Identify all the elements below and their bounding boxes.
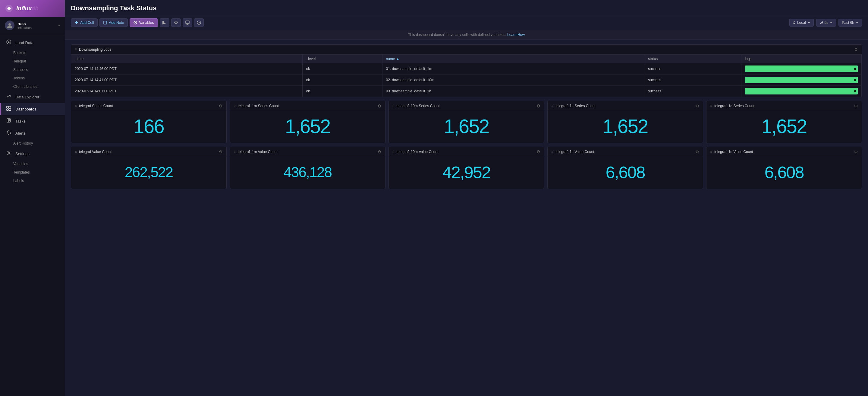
drag-handle-icon: ⠿	[75, 48, 77, 51]
sidebar-sub-alert-history[interactable]: Alert History	[0, 139, 65, 148]
svg-rect-13	[186, 21, 189, 24]
drag-handle-icon: ⠿	[234, 150, 236, 153]
chevron-down-icon: ▾	[58, 23, 60, 27]
gear-icon[interactable]: ⚙	[854, 47, 858, 52]
stat-value: 1,652	[285, 117, 330, 136]
drag-handle-icon: ⠿	[393, 105, 395, 108]
stat-value: 166	[133, 117, 164, 136]
sidebar-sub-variables[interactable]: Variables	[0, 160, 65, 168]
sidebar-label-alerts: Alerts	[16, 131, 25, 136]
svg-rect-10	[104, 21, 107, 24]
sidebar-sub-telegraf[interactable]: Telegraf	[0, 57, 65, 65]
svg-point-1	[8, 23, 11, 26]
table-row: 2020-07-14 14:46:00 PDT ok 01. downsampl…	[71, 63, 862, 75]
svg-point-12	[175, 22, 177, 24]
drag-handle-icon: ⠿	[551, 105, 554, 108]
sidebar-sub-tokens[interactable]: Tokens	[0, 74, 65, 82]
stat-title: telegraf Series Count	[79, 104, 113, 108]
sidebar-sub-templates[interactable]: Templates	[0, 168, 65, 176]
col-level: _level	[302, 55, 382, 63]
sidebar-sub-labels[interactable]: Labels	[0, 176, 65, 185]
series-stat-cell-0: ⠿ telegraf Series Count ⚙ 166	[71, 101, 227, 143]
add-cell-button[interactable]: Add Cell	[71, 19, 98, 27]
user-menu[interactable]: russ influxdata ▾	[0, 17, 65, 34]
sidebar-item-settings[interactable]: Settings	[0, 148, 65, 160]
sun-icon-button[interactable]	[171, 19, 181, 27]
dashboards-icon	[6, 106, 12, 112]
stat-title: telegraf_1d Value Count	[714, 150, 753, 154]
sidebar-sub-client-libraries[interactable]: Client Libraries	[0, 82, 65, 91]
table-row: 2020-07-14 14:01:00 PDT ok 03. downsampl…	[71, 86, 862, 97]
sidebar-label-data-explorer: Data Explorer	[16, 95, 39, 99]
data-explorer-icon	[6, 94, 12, 100]
svg-rect-6	[7, 109, 8, 111]
stat-title: telegraf_10m Series Count	[397, 104, 440, 108]
alerts-icon	[6, 130, 12, 136]
sidebar-sub-scrapers[interactable]: Scrapers	[0, 65, 65, 74]
stat-value: 6,608	[764, 164, 804, 181]
refresh-select[interactable]: 5s	[816, 19, 836, 27]
sidebar-sub-buckets[interactable]: Buckets	[0, 49, 65, 57]
svg-rect-7	[9, 109, 11, 111]
stat-title: telegraf_1m Series Count	[238, 104, 279, 108]
variables-bar: This dashboard doesn't have any cells wi…	[65, 30, 868, 39]
toolbar: Add Cell Add Note Variables Local	[65, 16, 868, 30]
help-icon-button[interactable]	[194, 19, 204, 27]
toolbar-right: Local 5s Past 6h	[789, 19, 862, 27]
logo-text: influxdb	[16, 5, 38, 12]
gear-icon[interactable]: ⚙	[219, 149, 223, 154]
gear-icon[interactable]: ⚙	[378, 104, 381, 108]
local-select[interactable]: Local	[789, 19, 814, 27]
add-note-button[interactable]: Add Note	[99, 19, 128, 27]
timerange-select[interactable]: Past 6h	[838, 19, 862, 27]
stat-title: telegraf_10m Value Count	[397, 150, 438, 154]
cell-header: ⠿ Downsampling Jobs ⚙	[71, 45, 862, 55]
sidebar-item-data-explorer[interactable]: Data Explorer	[0, 91, 65, 103]
stat-value: 42,952	[442, 164, 490, 181]
tasks-icon	[6, 118, 12, 124]
gear-icon[interactable]: ⚙	[854, 104, 858, 108]
moon-icon-button[interactable]	[160, 19, 169, 27]
page-title: Downsampling Task Status	[71, 4, 156, 12]
presentation-icon-button[interactable]	[183, 19, 192, 27]
col-logs: logs	[741, 55, 861, 63]
sidebar-item-dashboards[interactable]: Dashboards	[0, 103, 65, 115]
gear-icon[interactable]: ⚙	[854, 149, 858, 154]
dashboard-content: ⠿ Downsampling Jobs ⚙ _time _level name …	[65, 39, 868, 396]
value-stat-cell-3: ⠿ telegraf_1h Value Count ⚙ 6,608	[547, 147, 703, 189]
gear-icon[interactable]: ⚙	[378, 149, 381, 154]
downsampling-jobs-cell: ⠿ Downsampling Jobs ⚙ _time _level name …	[71, 45, 862, 97]
stat-title: telegraf_1m Value Count	[238, 150, 278, 154]
stat-title: telegraf_1h Value Count	[555, 150, 594, 154]
sidebar-item-tasks[interactable]: Tasks	[0, 115, 65, 127]
avatar	[5, 21, 14, 30]
sidebar: influxdb russ influxdata ▾ Load Data Buc…	[0, 0, 65, 396]
value-stats-grid: ⠿ telegraf Value Count ⚙ 262,522 ⠿ teleg…	[71, 147, 862, 189]
drag-handle-icon: ⠿	[710, 150, 712, 153]
gear-icon[interactable]: ⚙	[219, 104, 223, 108]
gear-icon[interactable]: ⚙	[536, 149, 540, 154]
drag-handle-icon: ⠿	[393, 150, 395, 153]
gear-icon[interactable]: ⚙	[695, 149, 699, 154]
svg-point-9	[8, 152, 10, 154]
gear-icon[interactable]: ⚙	[536, 104, 540, 108]
drag-handle-icon: ⠿	[710, 105, 712, 108]
series-stats-grid: ⠿ telegraf Series Count ⚙ 166 ⠿ telegraf…	[71, 101, 862, 143]
learn-how-link[interactable]: Learn How	[507, 33, 525, 37]
load-data-icon	[6, 39, 12, 46]
sidebar-item-alerts[interactable]: Alerts	[0, 127, 65, 139]
cell-title: Downsampling Jobs	[79, 47, 111, 52]
col-name[interactable]: name ▲	[382, 55, 644, 63]
col-status: status	[644, 55, 741, 63]
user-name: russ	[18, 22, 55, 26]
stat-value: 1,652	[444, 117, 489, 136]
stat-title: telegraf Value Count	[79, 150, 112, 154]
value-stat-cell-2: ⠿ telegraf_10m Value Count ⚙ 42,952	[389, 147, 544, 189]
variables-button[interactable]: Variables	[130, 19, 158, 27]
series-stat-cell-4: ⠿ telegraf_1d Series Count ⚙ 1,652	[706, 101, 862, 143]
svg-point-3	[10, 96, 11, 96]
sidebar-item-load-data[interactable]: Load Data	[0, 36, 65, 49]
main-content: Downsampling Task Status Add Cell Add No…	[65, 0, 868, 396]
gear-icon[interactable]: ⚙	[695, 104, 699, 108]
user-org: influxdata	[18, 26, 55, 30]
